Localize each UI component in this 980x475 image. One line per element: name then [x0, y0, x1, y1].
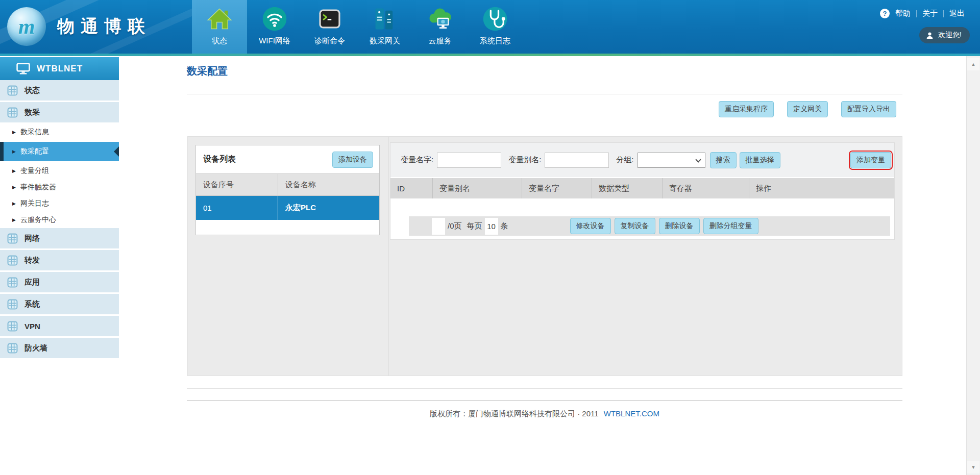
sidebar-item-forward[interactable]: 转发	[0, 250, 119, 270]
link-separator	[943, 10, 944, 17]
sidebar-subitem-dataacq-config[interactable]: ▶ 数采配置	[0, 142, 119, 161]
sidebar-item-label: 网络	[24, 234, 40, 243]
variable-name-label: 变量名字:	[401, 155, 433, 165]
modify-device-button[interactable]: 修改设备	[570, 218, 611, 234]
device-list-title: 设备列表	[203, 154, 236, 165]
expand-arrow-icon: ▶	[12, 130, 16, 135]
brand-logo: m 物通博联	[7, 7, 151, 46]
grid-icon	[7, 85, 18, 96]
delete-group-variables-button[interactable]: 删除分组变量	[703, 218, 758, 234]
sidebar-item-label: 应用	[24, 278, 40, 287]
link-separator	[916, 10, 917, 17]
sidebar-item-label: 系统	[24, 299, 40, 309]
sidebar-subitem-label: 数采信息	[20, 128, 49, 137]
expand-arrow-icon: ▶	[12, 149, 16, 154]
copy-device-button[interactable]: 复制设备	[615, 218, 655, 234]
sidebar-subitem-label: 网关日志	[20, 199, 49, 208]
stethoscope-icon	[482, 6, 508, 32]
help-icon: ?	[880, 9, 890, 18]
device-row-selected[interactable]: 01 永宏PLC	[196, 196, 379, 220]
variable-filter-bar: 变量名字: 变量别名: 分组: 搜索 批量选择 添加变量	[390, 143, 894, 177]
variable-name-input[interactable]	[437, 153, 501, 168]
page-number-input[interactable]	[432, 218, 445, 235]
define-gateway-button[interactable]: 定义网关	[787, 101, 828, 117]
sidebar-item-firewall[interactable]: 防火墙	[0, 338, 119, 358]
grid-icon	[7, 255, 18, 266]
config-import-export-button[interactable]: 配置导入导出	[841, 101, 896, 117]
sidebar-title: WTBLNET	[37, 64, 83, 74]
sidebar-item-system[interactable]: 系统	[0, 294, 119, 314]
nav-tab-cloud[interactable]: 云服务	[412, 0, 468, 56]
nav-tab-label: 诊断命令	[314, 36, 345, 46]
variable-alias-input[interactable]	[545, 153, 609, 168]
sidebar-item-label: 数采	[24, 108, 40, 117]
grid-icon	[7, 233, 18, 244]
add-device-button[interactable]: 添加设备	[332, 152, 373, 168]
sidebar-subitem-label: 云服务中心	[20, 215, 56, 224]
unit-label: 条	[501, 221, 508, 231]
nav-tab-label: 状态	[212, 36, 227, 46]
sidebar-item-application[interactable]: 应用	[0, 272, 119, 292]
sidebar-item-dataacq[interactable]: 数采	[0, 102, 119, 122]
sidebar-subitem-cloud-center[interactable]: ▶ 云服务中心	[0, 212, 119, 228]
wtblnet-link[interactable]: WTBLNET.COM	[604, 409, 659, 418]
variables-panel: 变量名字: 变量别名: 分组: 搜索 批量选择 添加变量 ID 变量别名	[390, 142, 895, 240]
group-label: 分组:	[616, 155, 633, 165]
help-link[interactable]: 帮助	[895, 9, 911, 18]
col-id: ID	[390, 178, 433, 198]
sidebar-header: WTBLNET	[0, 57, 119, 80]
sidebar-subitem-gateway-log[interactable]: ▶ 网关日志	[0, 195, 119, 212]
nav-tab-diagnostic[interactable]: 诊断命令	[302, 0, 357, 56]
nav-tab-label: 云服务	[429, 36, 452, 46]
app-window: m 物通博联 状态 WIFI网络 诊断命令	[0, 0, 980, 475]
sidebar-subitem-event-trigger[interactable]: ▶ 事件触发器	[0, 179, 119, 195]
sidebar: WTBLNET 状态 数采 ▶ 数采信息 ▶ 数采配置 ▶ 变量分组 ▶ 事件触…	[0, 57, 119, 475]
restart-collector-button[interactable]: 重启采集程序	[719, 101, 774, 117]
grid-icon	[7, 107, 18, 118]
search-button[interactable]: 搜索	[710, 152, 737, 168]
sidebar-subitem-label: 数采配置	[20, 147, 49, 156]
pagination-bar: /0页 每页 条 修改设备 复制设备 删除设备 删除分组变量	[409, 216, 890, 236]
scroll-down-icon[interactable]: ▼	[967, 461, 979, 473]
col-register: 寄存器	[663, 178, 749, 198]
col-name: 变量名字	[522, 178, 592, 198]
delete-device-button[interactable]: 删除设备	[659, 218, 700, 234]
page-total-label: /0页	[448, 221, 462, 231]
sidebar-subitem-variable-group[interactable]: ▶ 变量分组	[0, 163, 119, 179]
about-link[interactable]: 关于	[922, 9, 938, 18]
nav-tab-gateway[interactable]: 数采网关	[357, 0, 412, 56]
batch-select-button[interactable]: 批量选择	[740, 152, 780, 168]
copyright-text: 版权所有：厦门物通博联网络科技有限公司 · 2011	[430, 409, 599, 418]
group-select[interactable]	[638, 153, 705, 168]
sidebar-item-status[interactable]: 状态	[0, 80, 119, 101]
per-page-input[interactable]	[485, 218, 498, 235]
nav-tab-syslog[interactable]: 系统日志	[468, 0, 523, 56]
scroll-up-icon[interactable]: ▲	[967, 58, 979, 70]
vertical-scrollbar[interactable]: ▲ ▼	[966, 56, 980, 475]
nav-tab-status[interactable]: 状态	[192, 0, 247, 56]
sidebar-item-vpn[interactable]: VPN	[0, 316, 119, 336]
home-icon	[206, 6, 233, 32]
add-variable-button[interactable]: 添加变量	[850, 152, 891, 168]
cloud-icon	[427, 6, 453, 32]
device-serial-cell: 01	[196, 196, 278, 220]
header-links: ? 帮助 关于 退出	[880, 9, 965, 18]
logout-link[interactable]: 退出	[949, 9, 965, 18]
nav-tab-wifi[interactable]: WIFI网络	[247, 0, 302, 56]
device-list-panel: 设备列表 添加设备 设备序号 设备名称 01 永宏PLC	[195, 145, 380, 235]
footer-divider	[187, 388, 902, 389]
divider	[187, 94, 902, 94]
sidebar-item-label: VPN	[24, 322, 40, 331]
top-header: m 物通博联 状态 WIFI网络 诊断命令	[0, 0, 980, 56]
variables-table-header: ID 变量别名 变量名字 数据类型 寄存器 操作	[390, 177, 894, 198]
expand-arrow-icon: ▶	[12, 217, 16, 222]
sidebar-subitem-dataacq-info[interactable]: ▶ 数采信息	[0, 124, 119, 140]
sidebar-item-network[interactable]: 网络	[0, 228, 119, 248]
grid-icon	[7, 321, 18, 332]
welcome-badge: 欢迎您!	[919, 27, 970, 43]
expand-arrow-icon: ▶	[12, 185, 16, 190]
terminal-icon	[316, 6, 343, 32]
user-icon	[926, 32, 934, 39]
chevron-down-icon	[695, 157, 701, 162]
dataacq-config-panel: 设备列表 添加设备 设备序号 设备名称 01 永宏PLC 变量名字: 变量别名:	[187, 136, 902, 376]
